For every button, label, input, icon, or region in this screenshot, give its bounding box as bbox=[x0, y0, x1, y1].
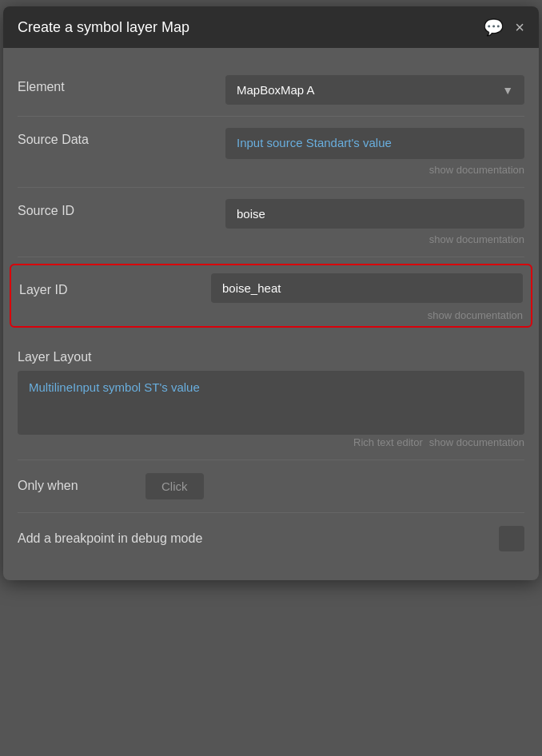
source-data-show-doc[interactable]: show documentation bbox=[225, 164, 524, 176]
element-dropdown-value: MapBoxMap A bbox=[237, 83, 315, 97]
source-id-row: Source ID show documentation bbox=[18, 188, 524, 257]
breakpoint-toggle[interactable] bbox=[499, 526, 524, 551]
modal-header: Create a symbol layer Map 💬 × bbox=[3, 6, 539, 48]
layer-id-label: Layer ID bbox=[19, 278, 211, 297]
modal-title: Create a symbol layer Map bbox=[18, 19, 189, 36]
layer-id-row: Layer ID bbox=[19, 273, 523, 303]
element-control: MapBoxMap A ▼ bbox=[225, 75, 524, 105]
breakpoint-row: Add a breakpoint in debug mode bbox=[18, 513, 524, 564]
source-data-control: Input source Standart's value show docum… bbox=[225, 128, 524, 176]
source-id-show-doc[interactable]: show documentation bbox=[225, 233, 524, 245]
source-id-input[interactable] bbox=[225, 199, 524, 229]
layer-id-highlight: Layer ID show documentation bbox=[10, 264, 532, 328]
source-data-label: Source Data bbox=[18, 128, 225, 147]
layer-id-control bbox=[211, 273, 523, 303]
source-data-link[interactable]: Input source Standart's value bbox=[225, 128, 524, 159]
layer-layout-row: Layer Layout MultilineInput symbol ST's … bbox=[18, 334, 524, 460]
comment-icon[interactable]: 💬 bbox=[484, 18, 504, 37]
source-id-label: Source ID bbox=[18, 199, 225, 218]
header-icons: 💬 × bbox=[484, 18, 524, 37]
breakpoint-label: Add a breakpoint in debug mode bbox=[18, 531, 202, 546]
only-when-click-button[interactable]: Click bbox=[145, 473, 204, 499]
layer-layout-actions: Rich text editor show documentation bbox=[18, 436, 524, 448]
element-dropdown[interactable]: MapBoxMap A ▼ bbox=[225, 75, 524, 105]
element-label: Element bbox=[18, 75, 225, 94]
layer-id-input[interactable] bbox=[211, 273, 523, 303]
element-row: Element MapBoxMap A ▼ bbox=[18, 64, 524, 117]
source-data-row: Source Data Input source Standart's valu… bbox=[18, 117, 524, 188]
only-when-row: Only when Click bbox=[18, 460, 524, 512]
layer-layout-show-doc[interactable]: show documentation bbox=[429, 436, 524, 448]
layer-layout-input[interactable]: MultilineInput symbol ST's value bbox=[18, 371, 524, 435]
layer-layout-control: MultilineInput symbol ST's value Rich te… bbox=[18, 371, 524, 448]
layer-layout-label: Layer Layout bbox=[18, 345, 524, 371]
close-icon[interactable]: × bbox=[515, 18, 524, 37]
layer-layout-link[interactable]: MultilineInput symbol ST's value bbox=[29, 380, 200, 394]
source-id-control: show documentation bbox=[225, 199, 524, 245]
layer-id-show-doc[interactable]: show documentation bbox=[19, 309, 523, 321]
modal-container: Create a symbol layer Map 💬 × Element Ma… bbox=[3, 6, 539, 580]
only-when-label: Only when bbox=[18, 479, 145, 493]
chevron-down-icon: ▼ bbox=[502, 84, 513, 97]
modal-body: Element MapBoxMap A ▼ Source Data Input … bbox=[3, 48, 539, 580]
rich-text-editor-label[interactable]: Rich text editor bbox=[353, 436, 423, 448]
